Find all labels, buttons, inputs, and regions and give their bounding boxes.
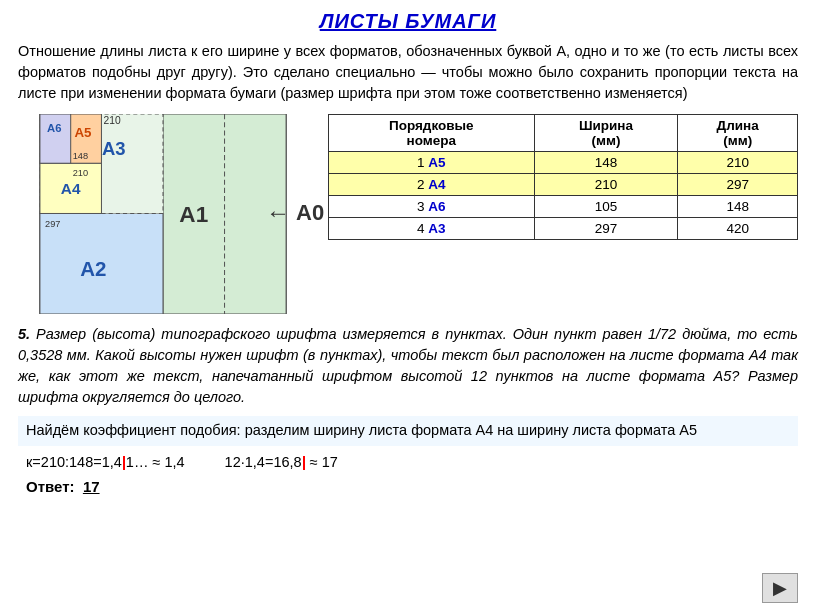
paper-table-container: Порядковыеномера Ширина(мм) Длина(мм) 1 … [328, 114, 798, 240]
svg-text:A5: A5 [74, 125, 92, 140]
cell-width: 297 [534, 218, 678, 240]
svg-text:210: 210 [73, 168, 88, 178]
cell-length: 148 [678, 196, 798, 218]
middle-section: A0 A1 A2 A3 A4 A5 A6 210 148 [18, 114, 798, 314]
problem-number: 5. [18, 326, 30, 342]
problem-text: 5. Размер (высота) типографского шрифта … [18, 324, 798, 408]
cell-label: А3 [428, 221, 445, 236]
svg-text:A6: A6 [47, 123, 61, 135]
next-icon: ▶ [773, 577, 787, 599]
paper-diagram: A0 A1 A2 A3 A4 A5 A6 210 148 [18, 114, 308, 314]
page-title: ЛИСТЫ БУМАГИ [18, 10, 798, 33]
solution-section: Найдём коэффициент подобия: разделим шир… [18, 416, 798, 446]
cursor-2 [303, 456, 305, 470]
svg-text:A4: A4 [61, 180, 81, 197]
diagram-svg: A0 A1 A2 A3 A4 A5 A6 210 148 [18, 114, 308, 314]
answer-line: Ответ: 17 [18, 476, 798, 497]
problem-body: Размер (высота) типографского шрифта изм… [18, 326, 798, 405]
page: ЛИСТЫ БУМАГИ Отношение длины листа к его… [0, 0, 816, 613]
svg-text:297: 297 [45, 219, 60, 229]
intro-paragraph: Отношение длины листа к его ширине у все… [18, 41, 798, 104]
next-button[interactable]: ▶ [762, 573, 798, 603]
solution-text: Найдём коэффициент подобия: разделим шир… [26, 422, 697, 438]
cell-length: 210 [678, 152, 798, 174]
cell-width: 210 [534, 174, 678, 196]
svg-rect-6 [40, 114, 71, 163]
cell-length: 420 [678, 218, 798, 240]
table-row: 3 А6 105 148 [329, 196, 798, 218]
col-header-num: Порядковыеномера [329, 115, 535, 152]
math-line: к=210:148=1,41… ≈ 1,4 12·1,4=16,8 ≈ 17 [18, 452, 798, 472]
cell-width: 148 [534, 152, 678, 174]
col-header-length: Длина(мм) [678, 115, 798, 152]
cell-length: 297 [678, 174, 798, 196]
math-expr-2: 12·1,4=16,8 ≈ 17 [225, 454, 338, 470]
svg-text:A2: A2 [80, 257, 106, 280]
cell-label: А6 [428, 199, 445, 214]
cell-num: 1 А5 [329, 152, 535, 174]
problem-section: 5. Размер (высота) типографского шрифта … [18, 324, 798, 408]
table-row: 4 А3 297 420 [329, 218, 798, 240]
cell-label: А5 [428, 155, 445, 170]
cursor-1 [123, 456, 125, 470]
svg-text:A1: A1 [179, 202, 208, 227]
table-row: 2 А4 210 297 [329, 174, 798, 196]
col-header-width: Ширина(мм) [534, 115, 678, 152]
svg-text:148: 148 [73, 151, 88, 161]
cell-num: 4 А3 [329, 218, 535, 240]
answer-value: 17 [83, 478, 100, 495]
svg-text:210: 210 [104, 115, 121, 126]
table-row: 1 А5 148 210 [329, 152, 798, 174]
cell-label: А4 [428, 177, 445, 192]
cell-num: 2 А4 [329, 174, 535, 196]
a0-label: ← A0 [266, 199, 324, 227]
math-expr-1: к=210:148=1,41… ≈ 1,4 [26, 454, 185, 470]
cell-num: 3 А6 [329, 196, 535, 218]
svg-text:A3: A3 [102, 138, 126, 159]
paper-table: Порядковыеномера Ширина(мм) Длина(мм) 1 … [328, 114, 798, 240]
answer-label: Ответ: [26, 478, 75, 495]
cell-width: 105 [534, 196, 678, 218]
